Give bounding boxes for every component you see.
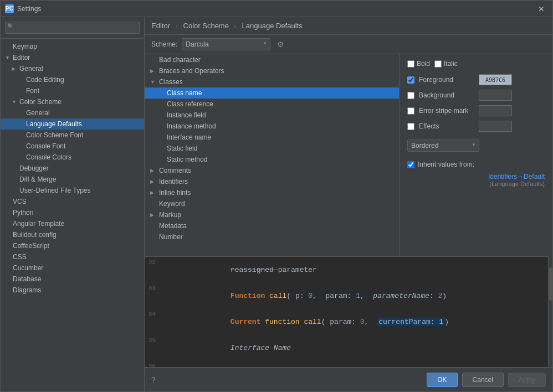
ctree-static-method[interactable]: Static method <box>145 154 399 165</box>
sidebar-item-label: Editor <box>13 54 140 61</box>
code-content: Current function call( param: 0, current… <box>161 310 552 334</box>
sidebar-item-color-scheme[interactable]: ▼ Color Scheme <box>1 96 144 107</box>
main-panel: Editor › Color Scheme › Language Default… <box>145 17 552 391</box>
sidebar-item-vcs[interactable]: VCS <box>1 196 144 207</box>
code-token: : <box>429 292 438 300</box>
sidebar-item-font[interactable]: Font <box>1 85 144 96</box>
code-token: Function <box>231 292 269 300</box>
ok-button[interactable]: OK <box>427 373 457 387</box>
sidebar-item-color-scheme-font[interactable]: Color Scheme Font <box>1 130 144 141</box>
help-button[interactable]: ? <box>151 375 156 384</box>
code-token: 0 <box>308 292 313 300</box>
scheme-gear-button[interactable]: ⚙ <box>275 39 286 50</box>
sidebar-item-diff-merge[interactable]: Diff & Merge <box>1 174 144 185</box>
effect-type-select[interactable]: Bordered Underscored Bold Underscored Do… <box>407 140 479 152</box>
sidebar-item-keymap[interactable]: Keymap <box>1 41 144 52</box>
code-token: Interface Name <box>231 344 291 352</box>
breadcrumb-language-defaults: Language Defaults <box>242 22 303 30</box>
effects-row: Effects <box>407 121 545 132</box>
code-token: reassigned <box>231 266 278 274</box>
ctree-keyword[interactable]: Keyword <box>145 198 399 209</box>
sidebar-item-database[interactable]: Database <box>1 274 144 285</box>
code-token: p <box>295 292 300 300</box>
ctree-identifiers[interactable]: ▶ Identifiers <box>145 176 399 187</box>
ctree-label: Comments <box>159 167 191 174</box>
ctree-label: Inline hints <box>159 189 191 197</box>
sidebar-item-console-font[interactable]: Console Font <box>1 141 144 152</box>
sidebar-item-diagrams[interactable]: Diagrams <box>1 285 144 296</box>
ctree-metadata[interactable]: Metadata <box>145 220 399 231</box>
ctree-label: Class name <box>167 89 202 97</box>
sidebar-item-color-scheme-general[interactable]: General <box>1 107 144 118</box>
inherit-link[interactable]: Identifiers→Default <box>407 173 545 180</box>
sidebar-item-editor[interactable]: ▼ Editor <box>1 52 144 63</box>
ctree-instance-method[interactable]: Instance method <box>145 121 399 132</box>
sidebar-item-label: Angular Template <box>13 220 140 228</box>
sidebar-item-debugger[interactable]: Debugger <box>1 163 144 174</box>
code-token: 1 <box>356 292 360 300</box>
sidebar-item-console-colors[interactable]: Console Colors <box>1 152 144 163</box>
ctree-number[interactable]: Number <box>145 231 399 243</box>
search-input[interactable] <box>5 22 140 34</box>
code-token: parameter <box>278 266 317 274</box>
ctree-comments[interactable]: ▶ Comments <box>145 165 399 176</box>
ctree-class-reference[interactable]: Class reference <box>145 99 399 110</box>
inherit-link-container: Identifiers→Default (Language Defaults) <box>407 173 545 187</box>
sidebar-item-language-defaults[interactable]: Language Defaults <box>1 118 144 130</box>
sidebar-item-label: Database <box>13 275 140 283</box>
breadcrumb-sep1: › <box>176 22 178 30</box>
ctree-instance-field[interactable]: Instance field <box>145 110 399 121</box>
sidebar-item-python[interactable]: Python <box>1 207 144 218</box>
effects-checkbox[interactable] <box>407 123 414 130</box>
ctree-braces-operators[interactable]: ▶ Braces and Operators <box>145 65 399 76</box>
sidebar-item-cucumber[interactable]: Cucumber <box>1 262 144 274</box>
sidebar-item-user-defined[interactable]: User-Defined File Types <box>1 185 144 196</box>
close-button[interactable]: ✕ <box>535 3 548 14</box>
inherit-checkbox[interactable] <box>407 161 414 168</box>
sidebar-item-buildout[interactable]: Buildout config <box>1 229 144 240</box>
code-token: ) <box>444 318 449 326</box>
sidebar-item-label: General <box>19 65 140 73</box>
ctree-class-name[interactable]: Class name <box>145 87 399 99</box>
error-stripe-swatch[interactable] <box>479 105 512 116</box>
cancel-button[interactable]: Cancel <box>462 373 504 387</box>
sidebar-item-angular[interactable]: Angular Template <box>1 218 144 229</box>
arrow-icon: ▶ <box>150 68 158 74</box>
ctree-bad-character[interactable]: Bad character <box>145 54 399 65</box>
bold-checkbox[interactable] <box>407 60 414 68</box>
code-token: parameterName <box>373 292 429 300</box>
sidebar-item-label: Keymap <box>13 43 140 50</box>
ctree-inline-hints[interactable]: ▶ Inline hints <box>145 187 399 198</box>
sidebar-item-coffeescript[interactable]: CoffeeScript <box>1 240 144 251</box>
sidebar-item-label: Diagrams <box>13 286 140 294</box>
italic-label[interactable]: Italic <box>434 60 458 68</box>
ctree-classes[interactable]: ▼ Classes <box>145 76 399 87</box>
ctree-markup[interactable]: ▶ Markup <box>145 209 399 220</box>
code-token: : <box>347 292 356 300</box>
inherit-label: Inherit values from: <box>418 161 474 168</box>
bold-label[interactable]: Bold <box>407 60 430 68</box>
ctree-label: Static field <box>167 145 197 152</box>
sidebar-item-css[interactable]: CSS <box>1 251 144 262</box>
foreground-swatch[interactable]: A9B7C6 <box>479 74 512 85</box>
scheme-select[interactable]: Darcula Default High Contrast Monokai <box>182 38 270 50</box>
effect-dropdown-row: Bordered Underscored Bold Underscored Do… <box>407 140 545 152</box>
line-number: 33 <box>145 285 161 291</box>
sidebar-item-label: VCS <box>13 198 140 205</box>
error-stripe-checkbox[interactable] <box>407 107 414 115</box>
ctree-label: Keyword <box>159 200 185 208</box>
background-checkbox[interactable] <box>407 92 414 99</box>
effects-swatch[interactable] <box>479 121 512 132</box>
scrollbar-thumb[interactable] <box>549 267 552 301</box>
arrow-icon: ▶ <box>150 179 158 184</box>
ctree-interface-name[interactable]: Interface name <box>145 132 399 143</box>
background-swatch[interactable] <box>479 90 512 101</box>
italic-checkbox[interactable] <box>434 60 442 68</box>
foreground-row: Foreground A9B7C6 <box>407 74 545 85</box>
apply-button[interactable]: Apply <box>508 373 546 387</box>
ctree-static-field[interactable]: Static field <box>145 143 399 154</box>
sidebar-item-code-editing[interactable]: Code Editing <box>1 74 144 85</box>
foreground-checkbox[interactable] <box>407 76 414 84</box>
sidebar-item-general[interactable]: ▶ General <box>1 63 144 74</box>
search-wrapper <box>5 22 140 34</box>
